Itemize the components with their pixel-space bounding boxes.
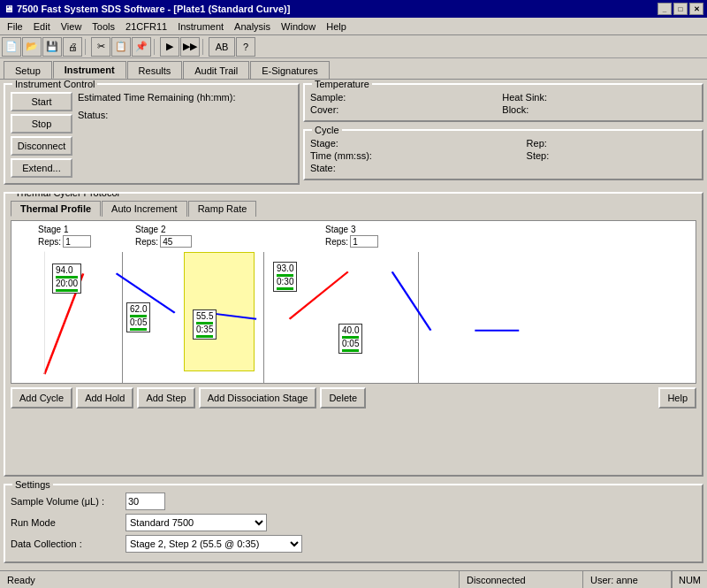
tab-audit-trail[interactable]: Audit Trail — [183, 61, 249, 79]
sample-volume-input[interactable] — [125, 493, 165, 510]
toolbar-copy[interactable]: 📋 — [111, 37, 131, 57]
cycle-stage-value — [449, 138, 519, 149]
cycle-label: Cycle — [312, 125, 342, 135]
add-step-button[interactable]: Add Step — [137, 387, 194, 409]
settings-panel: Settings Sample Volume (μL) : Run Mode S… — [4, 484, 703, 563]
menu-21cfr11[interactable]: 21CFR11 — [120, 19, 172, 34]
tab-results[interactable]: Results — [127, 61, 183, 79]
add-cycle-button[interactable]: Add Cycle — [11, 387, 72, 409]
menu-file[interactable]: File — [2, 19, 28, 34]
close-button[interactable]: ✕ — [689, 3, 703, 15]
block-label: Block: — [502, 104, 618, 115]
sample-value — [424, 92, 495, 103]
tab-ramp-rate[interactable]: Ramp Rate — [188, 201, 257, 217]
toolbar-new[interactable]: 📄 — [2, 37, 21, 57]
stage2-step1-temp[interactable]: 62.0 0:05 — [126, 302, 150, 332]
menu-edit[interactable]: Edit — [28, 19, 56, 34]
sample-volume-row: Sample Volume (μL) : — [11, 493, 696, 510]
heatsink-label: Heat Sink: — [502, 92, 618, 103]
start-button[interactable]: Start — [11, 92, 72, 111]
tab-thermal-profile[interactable]: Thermal Profile — [11, 201, 101, 217]
stop-button[interactable]: Stop — [11, 114, 72, 134]
stage1-step1-temp[interactable]: 94.0 20:00 — [52, 263, 81, 294]
toolbar-play[interactable]: ▶ — [160, 37, 179, 57]
add-dissociation-button[interactable]: Add Dissociation Stage — [199, 387, 317, 409]
stage3-step1-time-value: 0:30 — [277, 277, 293, 286]
settings-label: Settings — [12, 479, 53, 490]
app-icon: 🖥 — [4, 4, 13, 14]
stage1-step1-time-value: 20:00 — [56, 279, 78, 288]
delete-button[interactable]: Delete — [320, 387, 366, 409]
cycle-state-value — [449, 163, 519, 173]
menu-view[interactable]: View — [56, 19, 87, 34]
run-mode-label: Run Mode — [11, 517, 125, 528]
protocol-tabs: Thermal Profile Auto Increment Ramp Rate — [11, 201, 696, 217]
status-disconnected: Disconnected — [460, 571, 583, 588]
stage3-step2-time-value: 0:05 — [342, 339, 359, 348]
toolbar-save[interactable]: 💾 — [42, 37, 62, 57]
block-value — [626, 104, 696, 115]
data-collection-select[interactable]: Stage 2, Step 2 (55.5 @ 0:35) — [125, 535, 302, 553]
tab-e-signatures[interactable]: E-Signatures — [250, 61, 330, 79]
status-label: Status: — [78, 110, 108, 120]
thermal-cycler-label: Thermal Cycler Protocol — [12, 192, 122, 198]
estimated-time-label: Estimated Time Remaining (hh:mm): — [78, 92, 293, 103]
toolbar-ab[interactable]: AB — [209, 37, 235, 57]
toolbar: 📄 📂 💾 🖨 ✂ 📋 📌 ▶ ▶▶ AB ? — [0, 35, 707, 58]
minimize-button[interactable]: _ — [658, 3, 672, 15]
cycle-rep-value — [627, 138, 696, 149]
maximize-button[interactable]: □ — [673, 3, 688, 15]
title-bar: 🖥 7500 Fast System SDS Software - [Plate… — [0, 0, 707, 18]
disconnect-button[interactable]: Disconnect — [11, 136, 72, 156]
main-content: Instrument Control Start Stop Disconnect… — [0, 80, 707, 570]
tab-instrument[interactable]: Instrument — [53, 61, 126, 79]
toolbar-question[interactable]: ? — [236, 37, 255, 57]
stage3-step1-temp[interactable]: 93.0 0:30 — [273, 262, 297, 292]
status-row: Status: — [78, 110, 293, 120]
heatsink-value — [626, 92, 696, 103]
stage2-step1-temp-value: 62.0 — [130, 304, 147, 314]
sample-volume-label: Sample Volume (μL) : — [11, 496, 125, 507]
toolbar-open[interactable]: 📂 — [22, 37, 42, 57]
temperature-grid: Sample: Heat Sink: Cover: Block: — [310, 92, 696, 115]
run-mode-select[interactable]: Standard 7500 — [125, 514, 267, 531]
toolbar-paste[interactable]: 📌 — [132, 37, 151, 57]
toolbar-play2[interactable]: ▶▶ — [180, 37, 200, 57]
data-collection-label: Data Collection : — [11, 538, 125, 549]
title-bar-text: 7500 Fast System SDS Software - [Plate1 … — [17, 4, 290, 14]
stage3-step2-temp[interactable]: 40.0 0:05 — [338, 324, 362, 354]
stage2-step2-temp[interactable]: 55.5 0:35 — [193, 309, 217, 340]
stage2-step1-time-value: 0:05 — [130, 317, 147, 327]
cover-label: Cover: — [310, 104, 417, 115]
cycle-step-label: Step: — [527, 150, 620, 161]
tab-auto-increment[interactable]: Auto Increment — [102, 201, 187, 217]
temperature-panel: Temperature Sample: Heat Sink: Cover: Bl… — [303, 83, 703, 122]
data-collection-row: Data Collection : Stage 2, Step 2 (55.5 … — [11, 535, 696, 553]
extend-button[interactable]: Extend... — [11, 158, 72, 178]
temperature-label: Temperature — [312, 80, 372, 89]
help-button[interactable]: Help — [658, 387, 696, 409]
toolbar-sep1 — [85, 39, 88, 55]
stage2-step2-temp-value: 55.5 — [196, 311, 213, 321]
cycle-rep-label: Rep: — [527, 138, 620, 149]
status-user: User: anne — [583, 571, 672, 588]
menu-tools[interactable]: Tools — [87, 19, 120, 34]
add-hold-button[interactable]: Add Hold — [76, 387, 133, 409]
tab-setup[interactable]: Setup — [4, 61, 52, 79]
cycle-step-value — [627, 150, 696, 161]
menu-analysis[interactable]: Analysis — [229, 19, 276, 34]
status-ready: Ready — [0, 571, 460, 588]
menu-help[interactable]: Help — [321, 19, 352, 34]
main-tabs: Setup Instrument Results Audit Trail E-S… — [0, 58, 707, 80]
instrument-control-label: Instrument Control — [12, 80, 97, 89]
toolbar-sep3 — [202, 39, 206, 55]
menu-window[interactable]: Window — [276, 19, 321, 34]
cycle-stage-label: Stage: — [310, 138, 442, 149]
cycle-panel: Cycle Stage: Rep: Time (mm:ss): Step: St… — [303, 129, 703, 180]
toolbar-cut[interactable]: ✂ — [91, 37, 110, 57]
stage2-step2-time-value: 0:35 — [196, 325, 213, 334]
toolbar-print[interactable]: 🖨 — [63, 37, 82, 57]
stage3-step1-temp-value: 93.0 — [277, 263, 293, 273]
menu-instrument[interactable]: Instrument — [172, 19, 229, 34]
cover-value — [424, 104, 495, 115]
